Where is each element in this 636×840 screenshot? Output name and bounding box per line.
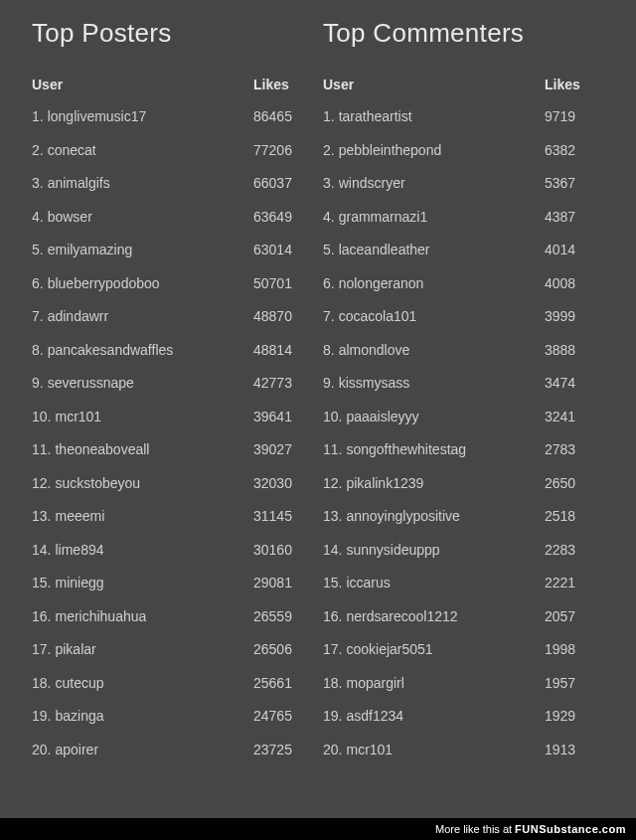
- footer-attribution[interactable]: More like this at FUNSubstance.com: [0, 818, 636, 840]
- table-row: 1.taratheartist9719: [323, 108, 604, 124]
- username-link[interactable]: mcr101: [55, 409, 253, 424]
- rank-number: 18.: [32, 675, 51, 691]
- likes-count: 86465: [253, 108, 313, 124]
- username-link[interactable]: laceandleather: [339, 242, 545, 257]
- footer-brand-bold: FUN: [515, 823, 539, 835]
- username-link[interactable]: suckstobeyou: [55, 475, 253, 491]
- table-row: 9.kissmysass3474: [323, 375, 604, 391]
- username-link[interactable]: severussnape: [48, 375, 253, 391]
- rank-number: 8.: [32, 342, 44, 358]
- posters-header-likes: Likes: [253, 77, 313, 92]
- username-link[interactable]: sunnysideuppp: [346, 542, 545, 558]
- likes-count: 77206: [253, 142, 313, 158]
- commenters-header-likes: Likes: [545, 77, 604, 92]
- rank-number: 4.: [32, 209, 44, 225]
- footer-prefix: More like this at: [435, 823, 512, 835]
- rank-number: 10.: [32, 409, 51, 424]
- username-link[interactable]: mopargirl: [346, 675, 545, 691]
- username-link[interactable]: asdf1234: [346, 708, 545, 724]
- username-link[interactable]: iccarus: [346, 575, 545, 590]
- username-link[interactable]: windscryer: [339, 175, 545, 191]
- username-link[interactable]: almondlove: [339, 342, 545, 358]
- table-row: 17.cookiejar50511998: [323, 641, 604, 657]
- username-link[interactable]: nolongeranon: [339, 275, 545, 291]
- username-link[interactable]: cookiejar5051: [346, 641, 545, 657]
- table-row: 7.adindawrr48870: [32, 308, 313, 324]
- table-row: 19.bazinga24765: [32, 708, 313, 724]
- likes-count: 24765: [253, 708, 313, 724]
- footer-brand[interactable]: FUNSubstance.com: [515, 823, 626, 835]
- rank-number: 2.: [32, 142, 44, 158]
- rank-number: 19.: [323, 708, 342, 724]
- username-link[interactable]: songofthewhitestag: [346, 441, 545, 457]
- username-link[interactable]: adindawrr: [48, 308, 253, 324]
- username-link[interactable]: mcr101: [346, 742, 545, 757]
- likes-count: 3474: [545, 375, 604, 391]
- table-row: 4.bowser63649: [32, 209, 313, 225]
- likes-count: 25661: [253, 675, 313, 691]
- table-row: 20.mcr1011913: [323, 742, 604, 757]
- username-link[interactable]: bowser: [48, 209, 253, 225]
- likes-count: 48814: [253, 342, 313, 358]
- username-link[interactable]: paaaisleyyy: [346, 409, 545, 424]
- username-link[interactable]: merichihuahua: [55, 608, 253, 624]
- likes-count: 4008: [545, 275, 604, 291]
- username-link[interactable]: miniegg: [55, 575, 253, 590]
- rank-number: 9.: [323, 375, 335, 391]
- rank-number: 7.: [323, 308, 335, 324]
- username-link[interactable]: cutecup: [55, 675, 253, 691]
- username-link[interactable]: pancakesandwaffles: [48, 342, 253, 358]
- username-link[interactable]: lime894: [55, 542, 253, 558]
- username-link[interactable]: meeemi: [55, 508, 253, 524]
- likes-count: 4387: [545, 209, 604, 225]
- likes-count: 1929: [545, 708, 604, 724]
- username-link[interactable]: blueberrypodoboo: [48, 275, 253, 291]
- table-row: 12.pikalink12392650: [323, 475, 604, 491]
- rank-number: 15.: [32, 575, 51, 590]
- likes-count: 29081: [253, 575, 313, 590]
- likes-count: 2650: [545, 475, 604, 491]
- rank-number: 13.: [323, 508, 342, 524]
- username-link[interactable]: emilyamazing: [48, 242, 253, 257]
- username-link[interactable]: cocacola101: [339, 308, 545, 324]
- username-link[interactable]: apoirer: [55, 742, 253, 757]
- table-row: 13.meeemi31145: [32, 508, 313, 524]
- rank-number: 6.: [32, 275, 44, 291]
- posters-list: 1.longlivemusic17864652.conecat772063.an…: [32, 108, 313, 757]
- username-link[interactable]: pikalink1239: [346, 475, 545, 491]
- likes-count: 2783: [545, 441, 604, 457]
- table-row: 8.pancakesandwaffles48814: [32, 342, 313, 358]
- rank-number: 10.: [323, 409, 342, 424]
- username-link[interactable]: taratheartist: [339, 108, 545, 124]
- footer-tld: .com: [598, 823, 626, 835]
- username-link[interactable]: theoneaboveall: [55, 441, 253, 457]
- username-link[interactable]: kissmysass: [339, 375, 545, 391]
- table-row: 19.asdf12341929: [323, 708, 604, 724]
- table-row: 16.nerdsarecool12122057: [323, 608, 604, 624]
- username-link[interactable]: annoyinglypositive: [346, 508, 545, 524]
- likes-count: 1957: [545, 675, 604, 691]
- username-link[interactable]: conecat: [48, 142, 253, 158]
- rank-number: 12.: [32, 475, 51, 491]
- likes-count: 48870: [253, 308, 313, 324]
- username-link[interactable]: longlivemusic17: [48, 108, 253, 124]
- username-link[interactable]: animalgifs: [48, 175, 253, 191]
- username-link[interactable]: pebbleinthepond: [339, 142, 545, 158]
- table-row: 18.cutecup25661: [32, 675, 313, 691]
- likes-count: 1913: [545, 742, 604, 757]
- username-link[interactable]: bazinga: [55, 708, 253, 724]
- username-link[interactable]: grammarnazi1: [339, 209, 545, 225]
- rank-number: 6.: [323, 275, 335, 291]
- likes-count: 31145: [253, 508, 313, 524]
- likes-count: 32030: [253, 475, 313, 491]
- top-posters-column: Top Posters User Likes 1.longlivemusic17…: [32, 18, 313, 774]
- posters-title: Top Posters: [32, 18, 313, 49]
- likes-count: 42773: [253, 375, 313, 391]
- top-commenters-column: Top Commenters User Likes 1.taratheartis…: [323, 18, 604, 774]
- table-row: 16.merichihuahua26559: [32, 608, 313, 624]
- username-link[interactable]: pikalar: [55, 641, 253, 657]
- table-row: 10.paaaisleyyy3241: [323, 409, 604, 424]
- table-row: 5.laceandleather4014: [323, 242, 604, 257]
- username-link[interactable]: nerdsarecool1212: [346, 608, 545, 624]
- rank-number: 1.: [323, 108, 335, 124]
